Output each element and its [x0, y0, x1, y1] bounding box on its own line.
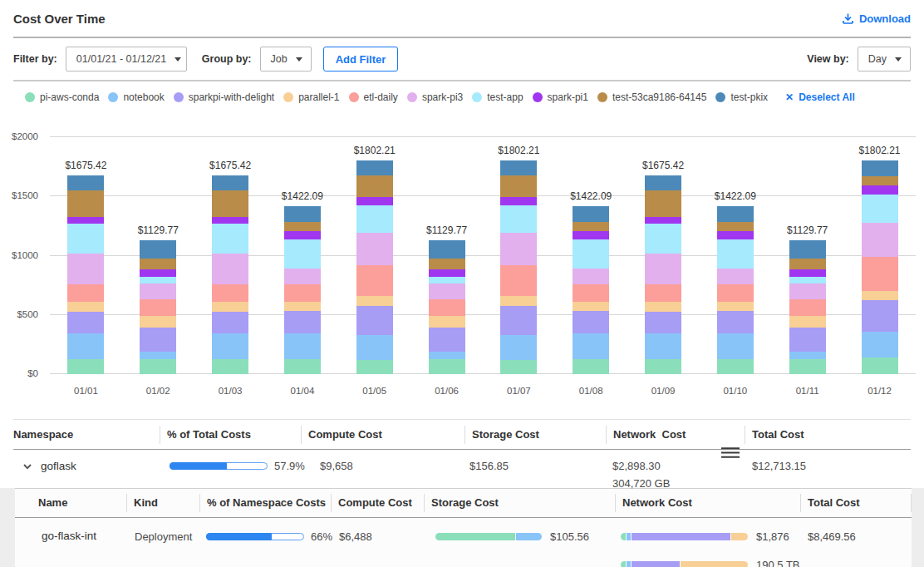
- bar-segment-spark-pi3[interactable]: [140, 284, 176, 300]
- bar-segment-pi-aws-conda[interactable]: [212, 359, 248, 374]
- bar-segment-pi-aws-conda[interactable]: [789, 359, 826, 374]
- bar-segment-test-app[interactable]: [429, 277, 465, 284]
- bar-segment-parallel-1[interactable]: [212, 302, 248, 312]
- bar-segment-test-app[interactable]: [212, 224, 248, 254]
- bar-segment-notebook[interactable]: [429, 352, 465, 359]
- bar-segment-spark-pi1[interactable]: [140, 269, 176, 278]
- bar-segment-test-pkix[interactable]: [645, 175, 681, 190]
- bar-segment-spark-pi3[interactable]: [500, 233, 537, 265]
- group-by-select[interactable]: Job: [260, 47, 312, 71]
- bar-segment-spark-pi1[interactable]: [789, 269, 826, 278]
- bar-segment-spark-pi1[interactable]: [645, 217, 681, 224]
- bar-segment-test-pkix[interactable]: [356, 160, 393, 175]
- bar-segment-parallel-1[interactable]: [645, 302, 681, 312]
- bar-segment-spark-pi3[interactable]: [284, 269, 321, 284]
- column-menu-button[interactable]: [697, 428, 740, 483]
- legend-item-pi-aws-conda[interactable]: pi-aws-conda: [25, 91, 99, 103]
- view-by-select[interactable]: Day: [858, 47, 911, 71]
- bar-segment-spark-pi1[interactable]: [212, 217, 248, 224]
- bar-segment-etl-daily[interactable]: [356, 265, 393, 296]
- bar-segment-notebook[interactable]: [789, 352, 826, 359]
- bar-segment-notebook[interactable]: [212, 333, 248, 358]
- namespace-name[interactable]: goflask: [41, 460, 76, 472]
- bar-segment-test-53ca9186-64145[interactable]: [284, 222, 321, 230]
- bar-segment-spark-pi3[interactable]: [67, 254, 104, 284]
- bar-segment-etl-daily[interactable]: [500, 265, 537, 296]
- bar-segment-pi-aws-conda[interactable]: [645, 359, 681, 374]
- bar-segment-test-pkix[interactable]: [573, 206, 609, 223]
- bar-stack-01/04[interactable]: [284, 206, 321, 374]
- bar-segment-parallel-1[interactable]: [862, 291, 898, 301]
- bar-segment-spark-pi3[interactable]: [429, 284, 465, 300]
- bar-segment-parallel-1[interactable]: [500, 296, 537, 306]
- bar-segment-test-pkix[interactable]: [862, 160, 898, 176]
- bar-segment-notebook[interactable]: [500, 335, 537, 360]
- legend-item-test-pkix[interactable]: test-pkix: [715, 91, 768, 103]
- bar-segment-pi-aws-conda[interactable]: [284, 359, 321, 374]
- bar-segment-notebook[interactable]: [717, 333, 754, 359]
- bar-segment-etl-daily[interactable]: [284, 284, 321, 302]
- bar-stack-01/03[interactable]: [212, 175, 248, 374]
- bar-stack-01/07[interactable]: [500, 160, 537, 374]
- bar-segment-test-app[interactable]: [140, 277, 176, 284]
- bar-segment-sparkpi-with-delight[interactable]: [356, 306, 393, 335]
- bar-segment-spark-pi3[interactable]: [212, 254, 248, 284]
- bar-segment-test-53ca9186-64145[interactable]: [140, 259, 176, 269]
- bar-segment-notebook[interactable]: [67, 333, 104, 358]
- bar-segment-test-53ca9186-64145[interactable]: [645, 190, 681, 216]
- bar-segment-sparkpi-with-delight[interactable]: [212, 312, 248, 334]
- bar-segment-parallel-1[interactable]: [789, 316, 826, 328]
- add-filter-button[interactable]: Add Filter: [323, 47, 399, 71]
- bar-segment-spark-pi1[interactable]: [284, 231, 321, 239]
- bar-segment-sparkpi-with-delight[interactable]: [862, 300, 898, 332]
- legend-item-etl-daily[interactable]: etl-daily: [349, 91, 398, 103]
- bar-stack-01/09[interactable]: [645, 175, 681, 374]
- legend-item-spark-pi3[interactable]: spark-pi3: [407, 91, 463, 103]
- bar-stack-01/08[interactable]: [573, 206, 609, 374]
- bar-segment-pi-aws-conda[interactable]: [573, 359, 609, 374]
- bar-segment-pi-aws-conda[interactable]: [429, 359, 465, 374]
- bar-segment-test-53ca9186-64145[interactable]: [789, 259, 826, 269]
- workload-name[interactable]: go-flask-int: [15, 528, 126, 567]
- bar-segment-sparkpi-with-delight[interactable]: [789, 328, 826, 352]
- bar-segment-test-app[interactable]: [717, 239, 754, 269]
- bar-segment-test-app[interactable]: [356, 205, 393, 233]
- date-range-select[interactable]: 01/01/21 - 01/12/21: [66, 47, 187, 71]
- bar-segment-test-app[interactable]: [645, 224, 681, 254]
- bar-segment-spark-pi3[interactable]: [789, 284, 826, 300]
- bar-segment-spark-pi3[interactable]: [862, 223, 898, 257]
- bar-segment-spark-pi1[interactable]: [717, 231, 754, 239]
- bar-stack-01/01[interactable]: [67, 175, 104, 374]
- bar-stack-01/02[interactable]: [140, 240, 176, 374]
- bar-segment-notebook[interactable]: [284, 333, 321, 359]
- bar-segment-spark-pi1[interactable]: [500, 197, 537, 205]
- bar-segment-spark-pi3[interactable]: [573, 269, 609, 284]
- bar-segment-parallel-1[interactable]: [429, 316, 465, 328]
- bar-segment-test-app[interactable]: [284, 239, 321, 269]
- chevron-down-icon[interactable]: [22, 461, 33, 472]
- legend-item-test-app[interactable]: test-app: [472, 91, 523, 103]
- bar-segment-sparkpi-with-delight[interactable]: [140, 328, 176, 352]
- bar-stack-01/12[interactable]: [862, 160, 898, 374]
- bar-segment-test-pkix[interactable]: [429, 240, 465, 259]
- download-button[interactable]: Download: [842, 12, 911, 25]
- bar-stack-01/06[interactable]: [429, 240, 465, 374]
- bar-segment-etl-daily[interactable]: [717, 284, 754, 302]
- bar-segment-sparkpi-with-delight[interactable]: [717, 311, 754, 333]
- bar-segment-sparkpi-with-delight[interactable]: [573, 311, 609, 333]
- bar-segment-test-pkix[interactable]: [284, 206, 321, 223]
- bar-segment-parallel-1[interactable]: [356, 296, 393, 306]
- bar-segment-pi-aws-conda[interactable]: [862, 357, 898, 374]
- bar-segment-etl-daily[interactable]: [789, 299, 826, 316]
- bar-segment-sparkpi-with-delight[interactable]: [645, 312, 681, 334]
- bar-stack-01/10[interactable]: [717, 206, 754, 374]
- bar-segment-test-53ca9186-64145[interactable]: [500, 175, 537, 198]
- bar-segment-test-pkix[interactable]: [789, 240, 826, 259]
- bar-segment-parallel-1[interactable]: [140, 316, 176, 328]
- bar-segment-notebook[interactable]: [645, 333, 681, 358]
- bar-segment-test-53ca9186-64145[interactable]: [67, 190, 104, 216]
- bar-segment-test-53ca9186-64145[interactable]: [573, 222, 609, 230]
- bar-segment-parallel-1[interactable]: [717, 302, 754, 311]
- bar-segment-test-app[interactable]: [67, 224, 104, 254]
- bar-segment-test-pkix[interactable]: [717, 206, 754, 223]
